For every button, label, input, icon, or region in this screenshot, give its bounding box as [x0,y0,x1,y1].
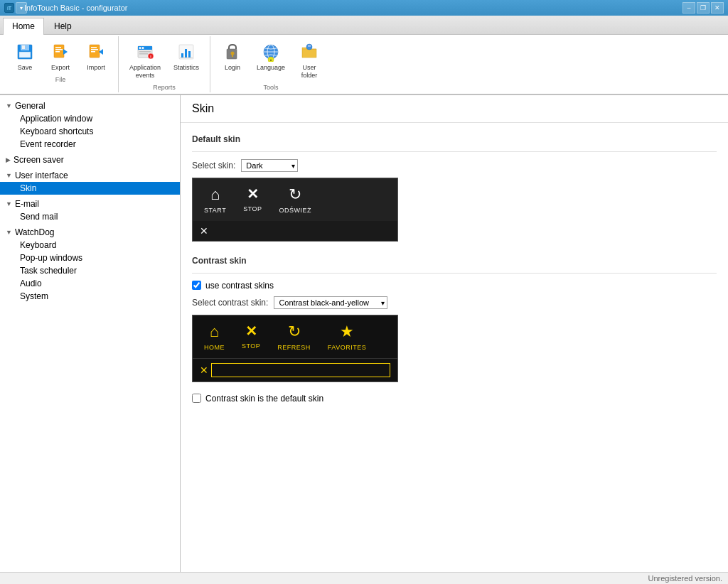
tree-group-general: ▼ General Application window Keyboard sh… [0,98,180,152]
use-contrast-row: use contrast skins [192,281,717,291]
sidebar-item-skin[interactable]: Skin [0,182,180,195]
tree-group-screensaver-label: Screen saver [14,155,64,165]
statistics-button[interactable]: Statistics [168,38,204,82]
tab-home[interactable]: Home [3,18,44,35]
svg-marker-8 [63,49,68,55]
language-icon: ▾ [259,40,282,63]
content-area: Skin Default skin Select skin: Dark Ligh… [181,95,728,572]
tree-group-userinterface: ▼ User interface Skin [0,168,180,196]
import-button[interactable]: Import [80,38,112,75]
export-button[interactable]: Export [44,38,77,75]
default-skin-section: Default skin Select skin: Dark Light Cla… [192,134,717,242]
tab-help[interactable]: Help [45,18,81,34]
sidebar-item-system[interactable]: System [0,290,180,303]
sidebar: ▼ General Application window Keyboard sh… [0,95,181,572]
statistics-label: Statistics [173,64,199,72]
user-folder-button[interactable]: Userfolder [293,38,326,82]
svg-rect-3 [19,52,31,58]
dark-stop-label: STOP [243,205,262,212]
svg-rect-5 [55,47,61,48]
svg-rect-12 [91,51,95,53]
dark-skin-start-btn: ⌂ START [204,185,226,214]
svg-rect-10 [91,47,97,48]
contrast-default-label[interactable]: Contrast skin is the default skin [205,394,323,404]
statistics-svg [176,42,196,62]
quick-access-button[interactable]: ▾ [16,2,27,13]
yellow-skin-stop-btn: ✕ STOP [242,323,260,351]
default-skin-divider [192,151,717,152]
ribbon-content: Save Export [0,35,728,95]
language-button[interactable]: ▾ Language [252,38,290,82]
sidebar-item-popup-windows[interactable]: Pop-up windows [0,252,180,264]
app-events-icon: ! [134,40,156,63]
contrast-default-checkbox[interactable] [192,394,201,403]
ribbon-group-reports: ! Applicationevents [119,36,210,92]
folder-svg [299,42,319,62]
page-title: Skin [181,95,728,123]
sidebar-item-event-recorder[interactable]: Event recorder [0,138,180,151]
save-label: Save [18,64,33,72]
yellow-skin-refresh-btn: ↻ REFRESH [277,323,311,351]
dark-start-icon: ⌂ [210,185,220,204]
select-contrast-dropdown[interactable]: Contrast black-and-yellow Contrast black… [274,296,387,309]
tree-group-watchdog-children: Keyboard Pop-up windows Task scheduler A… [0,239,180,303]
svg-rect-6 [55,49,63,50]
sidebar-item-task-scheduler[interactable]: Task scheduler [0,264,180,277]
yellow-skin-favorites-btn: ★ FAVORITES [328,323,366,351]
minimize-button[interactable]: – [682,2,695,13]
yellow-home-label: HOME [204,344,225,351]
restore-button[interactable]: ❐ [697,2,710,13]
svg-rect-25 [188,51,191,58]
export-label: Export [51,64,70,72]
contrast-skin-divider [192,273,717,274]
select-skin-dropdown[interactable]: Dark Light Classic [241,159,298,172]
login-svg [223,42,242,62]
save-svg [15,42,35,62]
svg-rect-36 [308,45,311,47]
contrast-skin-title: Contrast skin [192,256,717,266]
window-title: InfoTouch Basic - configurator [17,4,682,12]
user-folder-label: Userfolder [301,64,318,80]
file-buttons: Save Export [9,38,112,75]
save-icon [14,40,36,63]
yellow-favorites-label: FAVORITES [328,344,366,351]
tree-group-general-header[interactable]: ▼ General [0,99,180,112]
folder-icon [298,40,321,63]
contrast-default-row: Contrast skin is the default skin [192,394,717,404]
dark-stop-icon: ✕ [247,185,259,202]
close-button[interactable]: ✕ [711,2,724,13]
svg-rect-7 [55,51,60,53]
svg-text:▾: ▾ [270,58,272,62]
tree-group-screensaver: ▶ Screen saver [0,152,180,168]
tree-group-email-header[interactable]: ▼ E-mail [0,198,180,210]
sidebar-item-keyboard[interactable]: Keyboard [0,239,180,252]
select-skin-row: Select skin: Dark Light Classic [192,159,717,172]
login-button[interactable]: Login [216,38,249,82]
application-events-button[interactable]: ! Applicationevents [124,38,166,82]
dark-skin-refresh-btn: ↻ ODŚWIEŻ [279,185,312,214]
yellow-close-icon: ✕ [200,364,208,376]
select-skin-wrapper: Dark Light Classic [241,159,298,172]
file-group-label: File [55,76,66,83]
sidebar-item-keyboard-shortcuts[interactable]: Keyboard shortcuts [0,125,180,138]
status-text: Unregistered version. [648,574,722,583]
use-contrast-label[interactable]: use contrast skins [205,281,274,291]
expand-general-icon: ▼ [6,102,12,109]
app-events-svg: ! [135,42,155,62]
sidebar-item-send-mail[interactable]: Send mail [0,210,180,223]
import-icon [85,40,107,63]
tree-group-watchdog: ▼ WatchDog Keyboard Pop-up windows Task … [0,225,180,304]
svg-rect-11 [91,49,98,50]
tree-group-watchdog-header[interactable]: ▼ WatchDog [0,226,180,239]
save-button[interactable]: Save [9,38,41,75]
tree-group-screensaver-header[interactable]: ▶ Screen saver [0,153,180,166]
dark-skin-toolbar: ⌂ START ✕ STOP ↻ ODŚWIEŻ [193,178,397,221]
app-events-label: Applicationevents [129,64,161,80]
default-skin-title: Default skin [192,134,717,144]
sidebar-item-audio[interactable]: Audio [0,277,180,290]
reports-buttons: ! Applicationevents [124,38,204,82]
use-contrast-checkbox[interactable] [192,281,201,290]
svg-rect-23 [181,53,183,58]
sidebar-item-application-window[interactable]: Application window [0,112,180,125]
tree-group-userinterface-header[interactable]: ▼ User interface [0,169,180,182]
